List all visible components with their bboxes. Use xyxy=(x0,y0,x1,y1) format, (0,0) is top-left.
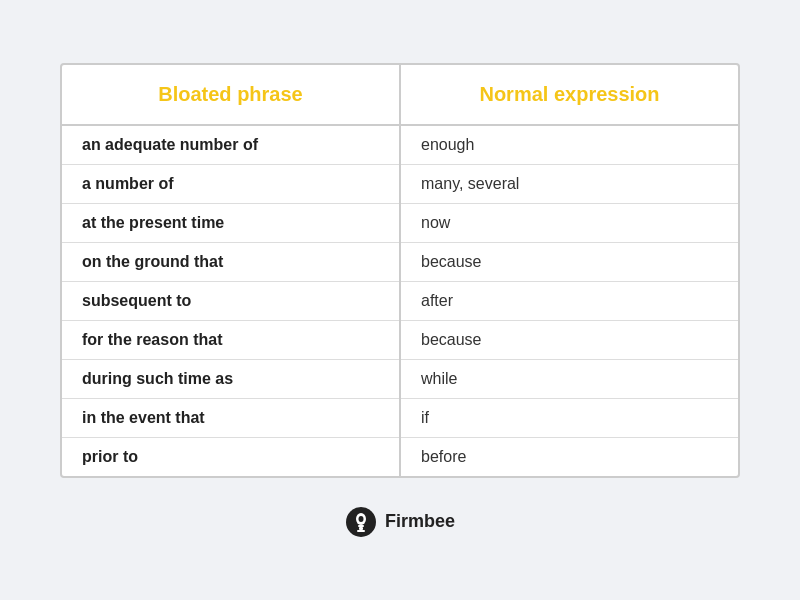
normal-expression-cell: while xyxy=(400,359,738,398)
bloated-phrase-cell: at the present time xyxy=(62,203,400,242)
normal-expression-cell: now xyxy=(400,203,738,242)
phrases-table: Bloated phrase Normal expression an adeq… xyxy=(62,65,738,476)
table-row: at the present timenow xyxy=(62,203,738,242)
table-row: an adequate number ofenough xyxy=(62,125,738,165)
normal-expression-cell: because xyxy=(400,320,738,359)
bloated-phrase-cell: a number of xyxy=(62,164,400,203)
table-row: in the event thatif xyxy=(62,398,738,437)
svg-rect-5 xyxy=(357,530,365,532)
table-row: prior tobefore xyxy=(62,437,738,476)
table-row: for the reason thatbecause xyxy=(62,320,738,359)
normal-expression-cell: enough xyxy=(400,125,738,165)
footer: Firmbee xyxy=(345,506,455,538)
normal-expression-cell: after xyxy=(400,281,738,320)
normal-expression-cell: many, several xyxy=(400,164,738,203)
bloated-phrase-cell: on the ground that xyxy=(62,242,400,281)
svg-rect-4 xyxy=(359,527,363,530)
table-row: on the ground thatbecause xyxy=(62,242,738,281)
bloated-phrase-cell: subsequent to xyxy=(62,281,400,320)
main-table-container: Bloated phrase Normal expression an adeq… xyxy=(60,63,740,478)
table-row: during such time aswhile xyxy=(62,359,738,398)
table-row: a number ofmany, several xyxy=(62,164,738,203)
bloated-phrase-cell: an adequate number of xyxy=(62,125,400,165)
table-row: subsequent toafter xyxy=(62,281,738,320)
normal-expression-cell: before xyxy=(400,437,738,476)
bloated-phrase-cell: prior to xyxy=(62,437,400,476)
bloated-phrase-cell: for the reason that xyxy=(62,320,400,359)
bloated-phrase-cell: in the event that xyxy=(62,398,400,437)
svg-rect-3 xyxy=(358,525,364,527)
col2-header: Normal expression xyxy=(400,65,738,125)
firmbee-logo-icon xyxy=(345,506,377,538)
brand-name: Firmbee xyxy=(385,511,455,532)
normal-expression-cell: if xyxy=(400,398,738,437)
bloated-phrase-cell: during such time as xyxy=(62,359,400,398)
normal-expression-cell: because xyxy=(400,242,738,281)
svg-point-2 xyxy=(358,516,363,522)
col1-header: Bloated phrase xyxy=(62,65,400,125)
